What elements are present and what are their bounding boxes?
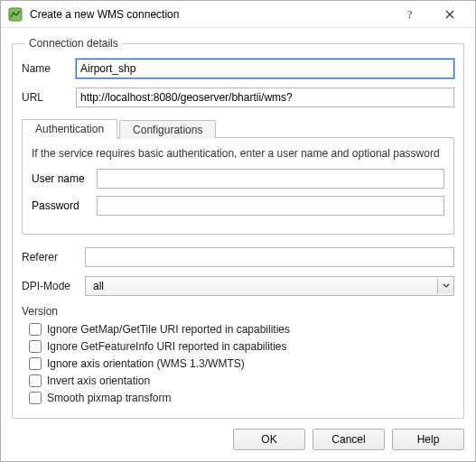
checkbox-ignore-getmap-box[interactable] — [29, 323, 42, 336]
app-icon — [8, 7, 23, 22]
checkbox-ignore-getfeature-label: Ignore GetFeatureInfo URI reported in ca… — [47, 340, 286, 353]
help-button[interactable]: Help — [392, 429, 464, 450]
checkbox-ignore-getfeature-box[interactable] — [29, 340, 42, 353]
dpi-label: DPI-Mode — [22, 280, 85, 292]
tab-authentication[interactable]: Authentication — [22, 119, 117, 139]
dpi-row: DPI-Mode all — [22, 276, 454, 296]
checkbox-ignore-getmap[interactable]: Ignore GetMap/GetTile URI reported in ca… — [29, 323, 454, 336]
dpi-mode-value: all — [89, 280, 104, 292]
url-row: URL — [22, 88, 454, 107]
name-row: Name — [22, 59, 454, 79]
password-input[interactable] — [97, 196, 444, 216]
help-titlebar-button[interactable]: ? — [390, 2, 430, 27]
connection-details-group: Connection details Name URL Authenticati… — [12, 37, 464, 419]
name-input[interactable] — [76, 59, 454, 79]
referer-input[interactable] — [85, 247, 454, 267]
ok-button[interactable]: OK — [233, 429, 305, 450]
username-label: User name — [32, 172, 97, 185]
auth-help-text: If the service requires basic authentica… — [32, 147, 444, 160]
checkbox-invert-axis-label: Invert axis orientation — [47, 374, 150, 387]
auth-tabs: Authentication Configurations If the ser… — [22, 116, 454, 235]
url-input[interactable] — [76, 88, 454, 107]
checkbox-smooth-pixmap-box[interactable] — [29, 392, 42, 404]
dialog-content: Connection details Name URL Authenticati… — [1, 28, 475, 420]
group-legend: Connection details — [25, 37, 122, 50]
dialog-window: Create a new WMS connection ? Connection… — [0, 0, 476, 462]
checkbox-ignore-getfeature[interactable]: Ignore GetFeatureInfo URI reported in ca… — [29, 340, 454, 353]
referer-label: Referer — [22, 251, 85, 263]
tab-pane-authentication: If the service requires basic authentica… — [22, 137, 454, 235]
checkbox-ignore-axis-label: Ignore axis orientation (WMS 1.3/WMTS) — [47, 357, 245, 370]
checkbox-smooth-pixmap-label: Smooth pixmap transform — [47, 392, 171, 404]
username-row: User name — [32, 169, 444, 189]
checkbox-ignore-getmap-label: Ignore GetMap/GetTile URI reported in ca… — [47, 323, 290, 336]
dialog-button-bar: OK Cancel Help — [1, 420, 475, 461]
window-title: Create a new WMS connection — [30, 8, 390, 21]
password-label: Password — [32, 199, 97, 212]
referer-row: Referer — [22, 247, 454, 267]
name-label: Name — [22, 62, 76, 75]
checkbox-ignore-axis-box[interactable] — [29, 357, 42, 370]
checkbox-ignore-axis[interactable]: Ignore axis orientation (WMS 1.3/WMTS) — [29, 357, 454, 370]
extra-settings: Referer DPI-Mode all Version — [22, 247, 454, 404]
checkbox-smooth-pixmap[interactable]: Smooth pixmap transform — [29, 392, 454, 404]
password-row: Password — [32, 196, 444, 216]
url-label: URL — [22, 91, 76, 104]
username-input[interactable] — [97, 169, 444, 189]
cancel-button[interactable]: Cancel — [313, 429, 385, 450]
chevron-down-icon — [437, 279, 453, 293]
svg-text:?: ? — [407, 8, 412, 21]
dpi-mode-combo[interactable]: all — [85, 276, 454, 296]
tab-bar: Authentication Configurations — [22, 116, 454, 138]
checkbox-invert-axis[interactable]: Invert axis orientation — [29, 374, 454, 387]
tab-configurations[interactable]: Configurations — [119, 120, 216, 139]
version-section-label: Version — [22, 305, 454, 318]
title-bar: Create a new WMS connection ? — [1, 1, 475, 28]
checkbox-invert-axis-box[interactable] — [29, 374, 42, 387]
close-titlebar-button[interactable] — [430, 2, 470, 27]
